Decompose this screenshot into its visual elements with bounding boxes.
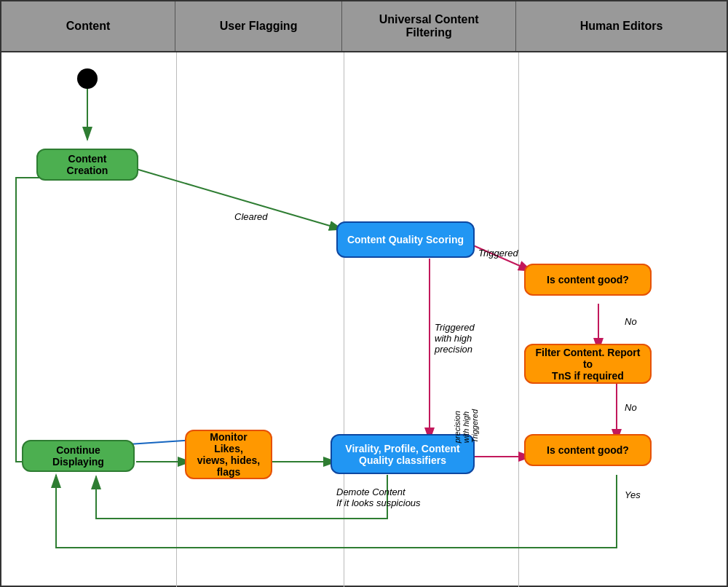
no-2-label: No xyxy=(625,402,637,413)
triggered-label: Triggered xyxy=(478,248,518,259)
body-area: Content Creation Content Quality Scoring… xyxy=(1,52,727,587)
is-content-good-1-node: Is content good? xyxy=(524,264,652,296)
cleared-label: Cleared xyxy=(234,211,268,222)
header-human-editors: Human Editors xyxy=(516,1,727,51)
monitor-likes-node: Monitor Likes,views, hides,flags xyxy=(185,430,272,479)
header-ucf: Universal ContentFiltering xyxy=(342,1,516,51)
triggered-high-precision-1-label: Triggeredwith highprecision xyxy=(435,322,475,355)
filter-content-node: Filter Content. Report toTnS if required xyxy=(524,344,652,384)
header-row: Content User Flagging Universal ContentF… xyxy=(1,1,727,52)
col-divider-1 xyxy=(176,52,177,587)
continue-displaying-node: Continue Displaying xyxy=(22,440,135,472)
demote-content-label: Demote ContentIf it looks suspicious xyxy=(336,486,421,508)
yes-label: Yes xyxy=(625,489,641,500)
col-divider-3 xyxy=(518,52,519,587)
start-node xyxy=(77,68,98,89)
header-user-flagging: User Flagging xyxy=(175,1,342,51)
is-content-good-2-node: Is content good? xyxy=(524,434,652,466)
header-content: Content xyxy=(1,1,175,51)
content-creation-node: Content Creation xyxy=(36,149,138,181)
triggered-high-precision-2-label: Triggeredwith highprecision xyxy=(453,409,479,445)
content-quality-scoring-node: Content Quality Scoring xyxy=(336,221,475,258)
no-1-label: No xyxy=(625,316,637,327)
diagram-container: Content User Flagging Universal ContentF… xyxy=(0,0,728,587)
